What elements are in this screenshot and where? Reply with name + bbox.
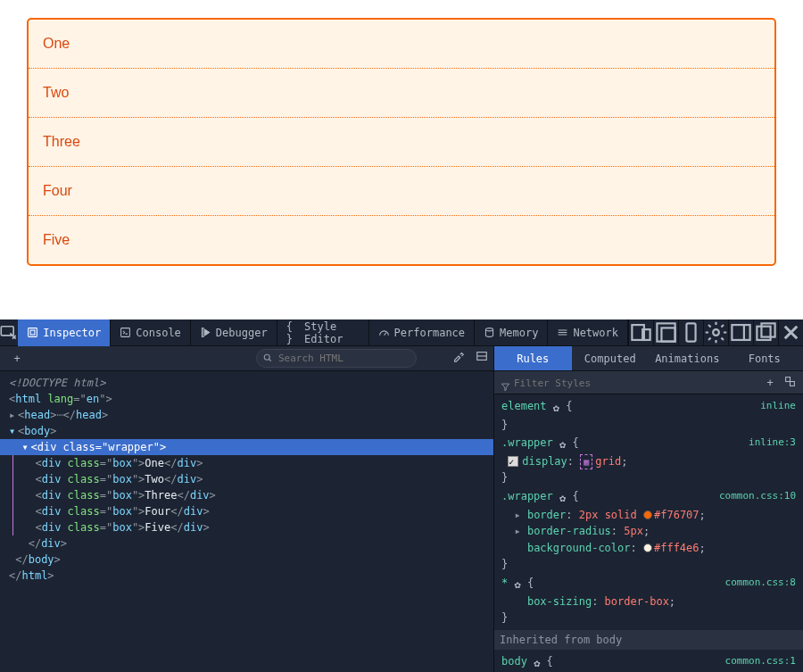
- search-icon: [262, 353, 273, 363]
- color-swatch[interactable]: [643, 543, 652, 552]
- svg-point-5: [486, 328, 493, 331]
- svg-rect-19: [785, 377, 790, 381]
- devtools-panel: Inspector Console Debugger { } Style Edi…: [0, 319, 803, 672]
- dom-line[interactable]: <div class="box">Five</div>: [22, 519, 493, 535]
- gear-icon[interactable]: ✿: [514, 577, 520, 593]
- dom-line[interactable]: ▾<body>: [9, 423, 493, 439]
- dom-line[interactable]: ▸<head>⋯</head>: [9, 407, 493, 423]
- gear-icon[interactable]: ✿: [553, 400, 559, 417]
- tab-label: Style Editor: [304, 320, 360, 345]
- inherited-from-label: Inherited from body: [494, 630, 803, 651]
- toggle-classes-button[interactable]: [780, 376, 799, 390]
- rules-list[interactable]: inline element ✿ { } inline:3 .wrapper ✿…: [494, 394, 803, 672]
- rule-source[interactable]: common.css:10: [719, 488, 796, 503]
- grid-box: Five: [29, 215, 774, 264]
- mobile-icon[interactable]: [678, 319, 703, 346]
- dom-line[interactable]: <html lang="en">: [9, 391, 493, 407]
- devtools-main: + <!DOCTYPE html> <html lang="en"> ▸<hea…: [0, 346, 803, 672]
- tab-label: Performance: [394, 327, 465, 339]
- add-node-button[interactable]: +: [5, 351, 29, 367]
- dom-line[interactable]: </body>: [9, 552, 493, 568]
- svg-rect-4: [202, 328, 203, 337]
- tab-network[interactable]: Network: [548, 319, 628, 346]
- svg-rect-2: [30, 330, 35, 335]
- svg-rect-20: [790, 381, 794, 386]
- dock-side-button[interactable]: [728, 319, 753, 346]
- svg-rect-3: [121, 328, 130, 337]
- dom-line-selected[interactable]: ▾<div class="wrapper">: [0, 439, 493, 455]
- svg-point-11: [713, 329, 719, 336]
- gear-icon[interactable]: ✿: [534, 655, 540, 672]
- toggle-split-button[interactable]: [470, 350, 493, 367]
- dom-line[interactable]: </div>: [9, 535, 493, 552]
- tab-label: Debugger: [216, 327, 268, 339]
- color-swatch[interactable]: [643, 510, 652, 519]
- filter-icon: [501, 382, 510, 392]
- tab-memory[interactable]: Memory: [475, 319, 548, 346]
- svg-rect-12: [732, 325, 749, 340]
- dom-line[interactable]: <div class="box">Two</div>: [22, 471, 493, 487]
- tab-label: Network: [573, 327, 618, 339]
- svg-rect-1: [29, 328, 37, 337]
- dom-tree-pane[interactable]: + <!DOCTYPE html> <html lang="en"> ▸<hea…: [0, 346, 493, 672]
- dom-line[interactable]: <!DOCTYPE html>: [9, 375, 493, 391]
- svg-rect-8: [657, 323, 675, 341]
- tab-label: Memory: [500, 327, 538, 339]
- settings-button[interactable]: [703, 319, 728, 346]
- rule-source[interactable]: inline: [760, 398, 796, 413]
- grid-box: One: [29, 20, 774, 68]
- popout-button[interactable]: [753, 319, 778, 346]
- tab-label: Inspector: [43, 327, 101, 339]
- property-checkbox[interactable]: [508, 456, 518, 467]
- page-preview: One Two Three Four Five: [0, 0, 803, 319]
- tab-inspector[interactable]: Inspector: [18, 319, 111, 346]
- grid-wrapper: One Two Three Four Five: [27, 18, 776, 266]
- tab-debugger[interactable]: Debugger: [191, 319, 277, 346]
- eyedropper-button[interactable]: [447, 350, 470, 367]
- devtools-toolbar: Inspector Console Debugger { } Style Edi…: [0, 319, 803, 346]
- responsive-mode-button[interactable]: [628, 319, 653, 346]
- grid-box: Four: [29, 166, 774, 215]
- gear-icon[interactable]: ✿: [559, 490, 566, 507]
- tab-label: Console: [136, 327, 181, 339]
- grid-box: Two: [29, 68, 774, 117]
- search-html-input[interactable]: [256, 349, 417, 368]
- dom-line[interactable]: <div class="box">Three</div>: [22, 487, 493, 503]
- add-rule-button[interactable]: +: [760, 377, 780, 389]
- styles-pane: Rules Computed Animations Fonts + inline…: [493, 346, 803, 672]
- pick-element-button[interactable]: [0, 319, 18, 346]
- rule-source[interactable]: common.css:8: [725, 575, 796, 590]
- tab-style-editor[interactable]: { } Style Editor: [277, 319, 369, 346]
- svg-rect-9: [661, 328, 675, 341]
- styles-tab-computed[interactable]: Computed: [572, 346, 650, 370]
- tab-performance[interactable]: Performance: [369, 319, 475, 346]
- styles-tab-fonts[interactable]: Fonts: [726, 346, 804, 370]
- gear-icon[interactable]: ✿: [559, 436, 566, 453]
- iframe-picker-button[interactable]: [653, 319, 678, 346]
- styles-tab-animations[interactable]: Animations: [649, 346, 726, 370]
- grid-badge-icon[interactable]: ▦: [580, 454, 592, 470]
- braces-icon: { }: [286, 320, 300, 345]
- dom-line[interactable]: <div class="box">Four</div>: [22, 503, 493, 519]
- dom-line[interactable]: </html>: [9, 568, 493, 584]
- tab-console[interactable]: Console: [111, 319, 191, 346]
- rule-source[interactable]: inline:3: [749, 435, 796, 450]
- rule-source[interactable]: common.css:1: [725, 653, 796, 668]
- svg-rect-10: [686, 323, 695, 341]
- filter-styles-input[interactable]: [498, 377, 645, 389]
- grid-box: Three: [29, 117, 774, 166]
- close-button[interactable]: [778, 319, 803, 346]
- svg-point-16: [264, 354, 269, 360]
- styles-tab-rules[interactable]: Rules: [494, 346, 572, 370]
- dom-line[interactable]: <div class="box">One</div>: [22, 455, 493, 471]
